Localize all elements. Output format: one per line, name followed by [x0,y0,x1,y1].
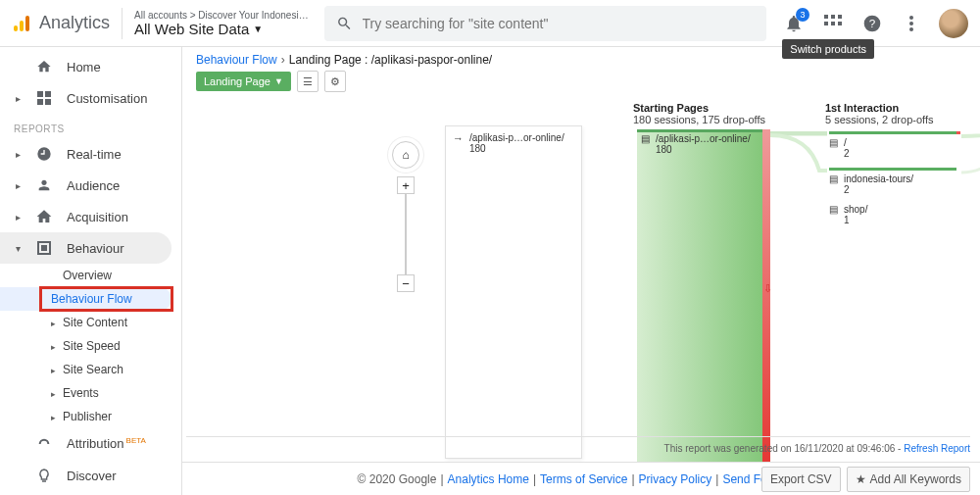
svg-rect-0 [14,25,18,31]
zoom-out[interactable]: − [397,274,415,292]
flow-canvas[interactable]: ⌂ + − Starting Pages 180 sessions, 175 d… [182,98,980,495]
step-settings-button[interactable]: ☰ [297,71,318,92]
page-icon: ▤ [829,204,838,225]
svg-rect-3 [824,15,828,19]
footer-link-privacy[interactable]: Privacy Policy [639,472,712,486]
refresh-report-link[interactable]: Refresh Report [904,443,970,454]
nav-site-search[interactable]: ▸Site Search [0,358,181,381]
nav-home[interactable]: Home [0,51,181,82]
home-icon [35,58,53,75]
report-timestamp: This report was generated on 16/11/2020 … [186,436,970,460]
nav-events[interactable]: ▸Events [0,381,181,405]
account-path: All accounts > Discover Your Indonesi… [134,10,309,21]
search-input[interactable] [363,16,755,31]
nav-attribution[interactable]: AttributionBETA [0,428,181,460]
dropoff-arrow-icon: ⇩ [763,282,772,295]
svg-rect-16 [37,99,43,105]
flow-breadcrumb: Behaviour Flow›Landing Page : /aplikasi-… [182,47,980,69]
svg-rect-1 [20,21,24,31]
gear-button[interactable]: ⚙ [324,71,346,92]
svg-point-11 [909,16,913,20]
crumb-root[interactable]: Behaviour Flow [196,53,277,67]
footer-bar: © 2020 Google| Analytics Home| Terms of … [182,462,980,495]
app-header: Analytics All accounts > Discover Your I… [0,0,980,47]
product-name: Analytics [39,13,110,33]
nav-customisation[interactable]: ▸Customisation [0,82,181,114]
export-csv-button[interactable]: Export CSV [761,467,841,492]
notif-badge: 3 [796,8,809,22]
svg-rect-2 [25,16,29,31]
dimension-dropdown[interactable]: Landing Page▼ [196,72,291,91]
nav-audience[interactable]: ▸Audience [0,170,181,201]
nav-discover[interactable]: Discover [0,460,181,491]
svg-point-12 [909,22,913,25]
nav-behaviour[interactable]: ▾Behaviour [0,232,172,264]
svg-rect-6 [824,22,828,25]
notifications-icon[interactable]: 3 [782,12,806,35]
clock-icon [35,145,53,163]
start-flow-block[interactable] [637,129,762,463]
nav-admin[interactable]: Admin [0,491,181,495]
dropoff-bar [762,129,770,463]
dropdown-icon: ▼ [253,24,263,34]
acquisition-icon [35,208,53,225]
user-avatar[interactable] [939,9,968,38]
nav-overview[interactable]: Overview [0,264,181,287]
nav-site-speed[interactable]: ▸Site Speed [0,334,181,358]
svg-rect-17 [45,99,51,105]
more-icon[interactable] [900,12,923,35]
zoom-track[interactable] [405,194,407,274]
person-icon [35,176,53,194]
view-name: All Web Site Data [134,21,249,37]
svg-rect-19 [41,245,47,251]
nav-behaviour-flow[interactable]: Behaviour Flow [0,287,172,311]
report-panel: Behaviour Flow›Landing Page : /aplikasi-… [182,47,980,495]
analytics-logo-icon [12,14,31,33]
nav-realtime[interactable]: ▸Real-time [0,138,181,170]
svg-rect-14 [37,91,43,97]
nav-section-reports: REPORTS [0,114,181,138]
page-icon: ▤ [641,133,650,155]
zoom-in[interactable]: + [397,176,415,194]
footer-link-tos[interactable]: Terms of Service [540,472,627,486]
svg-rect-8 [838,22,842,25]
nav-drawer: Home ▸Customisation REPORTS ▸Real-time ▸… [0,47,182,495]
col-starting-pages: Starting Pages 180 sessions, 175 drop-of… [633,102,770,125]
add-keywords-button[interactable]: ★ Add All Keywords [847,467,970,492]
svg-rect-15 [45,91,51,97]
i1-node-2[interactable]: ▤indonesia-tours/2 [829,173,913,195]
zoom-home[interactable]: ⌂ [392,141,419,169]
col-1st-interaction: ⊗ 1st Interaction 5 sessions, 2 drop-off… [825,102,980,125]
apps-icon[interactable]: Switch products [821,12,845,35]
svg-rect-5 [838,15,842,19]
svg-rect-4 [831,15,835,19]
svg-rect-7 [831,22,835,25]
i1-node-bar-1 [829,131,956,134]
i1-node-bar-2 [829,168,956,171]
svg-text:?: ? [869,17,876,29]
selected-node-card[interactable]: /aplikasi-p…or-online/180 [445,125,582,459]
nav-publisher[interactable]: ▸Publisher [0,405,181,428]
footer-link-home[interactable]: Analytics Home [448,472,529,486]
i1-node-3[interactable]: ▤shop/1 [829,204,867,225]
account-switcher[interactable]: All accounts > Discover Your Indonesi… A… [134,10,309,37]
nav-acquisition[interactable]: ▸Acquisition [0,201,181,232]
svg-point-13 [909,27,913,31]
page-icon: ▤ [829,173,838,195]
i1-node-1[interactable]: ▤/2 [829,137,850,159]
crumb-leaf: Landing Page : /aplikasi-paspor-online/ [289,53,492,67]
search-icon [336,15,353,32]
dashboard-icon [35,89,53,107]
bulb-icon [35,467,53,484]
search-box[interactable] [324,6,766,41]
page-icon: ▤ [829,137,838,159]
nav-site-content[interactable]: ▸Site Content [0,311,181,334]
product-logo[interactable]: Analytics [12,8,122,39]
help-icon[interactable]: ? [860,12,884,35]
behaviour-icon [35,239,53,257]
attribution-icon [35,435,53,453]
